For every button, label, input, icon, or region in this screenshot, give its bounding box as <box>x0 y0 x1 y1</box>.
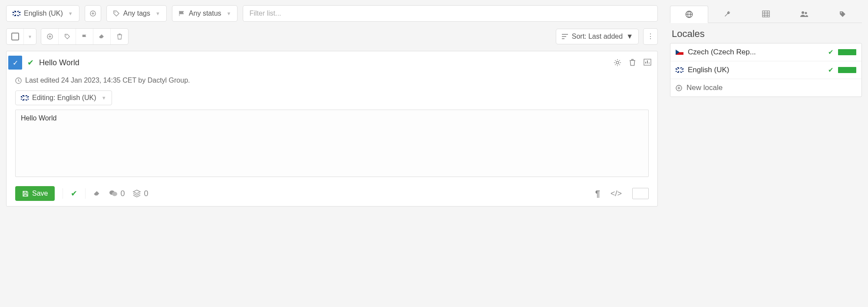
select-dropdown[interactable]: ▼ <box>24 29 36 44</box>
sidebar-tabs <box>670 5 862 23</box>
globe-icon <box>685 10 693 18</box>
more-menu[interactable]: ⋮ <box>643 28 658 45</box>
comments-icon <box>109 190 118 197</box>
locale-row-english[interactable]: English (UK) ✔ <box>670 61 861 79</box>
tag-icon <box>839 10 846 18</box>
clock-icon <box>15 77 22 84</box>
flag-icon <box>178 10 185 17</box>
stats-button[interactable] <box>644 59 651 67</box>
code-button[interactable]: </> <box>611 189 622 198</box>
delete-button[interactable] <box>111 29 128 44</box>
eraser-icon <box>93 190 101 197</box>
trash-icon <box>629 59 636 66</box>
uk-flag-icon <box>13 11 20 16</box>
plus-circle-icon <box>90 10 96 17</box>
tab-grid[interactable] <box>747 5 785 23</box>
flag-icon <box>82 33 88 40</box>
sidebar: Locales Czech (Czech Rep... ✔ English (U… <box>664 0 868 307</box>
svg-point-3 <box>66 35 66 36</box>
bulk-actions <box>41 28 129 45</box>
select-all-checkbox[interactable] <box>7 29 24 44</box>
entry-actions <box>614 59 651 67</box>
entry-meta: Last edited 24 Jan 2023, 14:35 CET by Da… <box>7 72 657 90</box>
users-icon <box>800 10 809 17</box>
flag-button[interactable] <box>76 29 93 44</box>
uk-flag-icon <box>21 95 29 100</box>
tags-filter[interactable]: Any tags ▼ <box>106 5 167 22</box>
erase-button[interactable] <box>93 29 111 44</box>
cz-flag-icon <box>676 50 683 55</box>
sort-dropdown[interactable]: Sort: Last added ▼ <box>556 29 639 44</box>
bar-chart-icon <box>644 59 651 66</box>
settings-button[interactable] <box>614 59 621 67</box>
tab-tools[interactable] <box>708 5 746 23</box>
translation-entry: ✓ ✔ Hello World Last edited 2 <box>6 51 658 207</box>
chevron-down-icon: ▼ <box>227 11 231 16</box>
entry-title: Hello World <box>39 58 608 67</box>
svg-rect-11 <box>762 11 769 17</box>
add-locale-filter-button[interactable] <box>85 5 101 22</box>
locale-list: Czech (Czech Rep... ✔ English (UK) ✔ New… <box>670 43 862 97</box>
trash-icon <box>117 33 122 40</box>
locale-row-czech[interactable]: Czech (Czech Rep... ✔ <box>670 43 861 61</box>
save-button[interactable]: Save <box>15 186 55 201</box>
tag-icon <box>64 33 70 40</box>
main-panel: English (UK) ▼ Any tags ▼ Any status ▼ <box>0 0 664 307</box>
entry-checkbox[interactable]: ✓ <box>8 56 22 70</box>
chevron-down-icon: ▼ <box>155 11 160 16</box>
tag-button[interactable] <box>59 29 76 44</box>
search-input[interactable] <box>243 5 658 22</box>
tags-filter-label: Any tags <box>123 10 150 17</box>
entry-header: ✓ ✔ Hello World <box>7 51 657 72</box>
tab-locales[interactable] <box>670 6 708 23</box>
plus-circle-icon <box>47 33 53 40</box>
layers-icon <box>132 190 141 197</box>
locale-filter[interactable]: English (UK) ▼ <box>6 5 79 22</box>
check-icon: ✔ <box>828 48 834 56</box>
svg-point-4 <box>616 61 619 64</box>
add-button[interactable] <box>41 29 59 44</box>
save-icon <box>22 190 29 197</box>
locale-filter-label: English (UK) <box>24 10 63 17</box>
progress-bar <box>838 67 856 73</box>
delete-entry-button[interactable] <box>629 59 636 67</box>
svg-point-12 <box>802 11 804 14</box>
sort-label: Sort: Last added <box>572 33 623 40</box>
erase-translation-button[interactable] <box>93 190 101 197</box>
versions-button[interactable]: 0 <box>132 189 148 198</box>
status-filter-label: Any status <box>189 10 221 17</box>
tab-tags[interactable] <box>824 5 862 23</box>
chevron-down-icon: ▼ <box>626 33 633 40</box>
tab-team[interactable] <box>785 5 823 23</box>
editing-locale-dropdown[interactable]: Editing: English (UK) ▼ <box>15 90 112 105</box>
filter-bar: English (UK) ▼ Any tags ▼ Any status ▼ <box>6 5 658 22</box>
svg-point-14 <box>841 12 842 13</box>
check-icon: ✔ <box>828 66 834 74</box>
comments-button[interactable]: 0 <box>109 189 125 198</box>
eraser-icon <box>99 34 106 39</box>
svg-point-1 <box>115 12 116 13</box>
translation-textarea[interactable] <box>15 110 649 177</box>
select-all-group: ▼ <box>6 28 36 45</box>
wrench-icon <box>724 10 731 18</box>
new-locale-button[interactable]: New locale <box>670 79 861 97</box>
status-filter[interactable]: Any status ▼ <box>172 5 238 22</box>
svg-point-8 <box>112 192 117 196</box>
verified-icon: ✔ <box>27 58 34 67</box>
toolbar: ▼ S <box>6 28 658 45</box>
chevron-down-icon: ▼ <box>68 11 73 16</box>
grid-icon <box>762 10 770 17</box>
paragraph-button[interactable]: ¶ <box>595 189 600 199</box>
box-toggle[interactable] <box>632 188 649 199</box>
plus-circle-icon <box>676 85 682 91</box>
progress-bar <box>838 49 856 55</box>
entry-footer: Save ✔ 0 0 ¶ </> <box>7 178 657 201</box>
chevron-down-icon: ▼ <box>102 95 106 100</box>
sort-icon <box>561 33 568 40</box>
tag-icon <box>113 10 120 17</box>
uk-flag-icon <box>676 67 683 73</box>
locales-title: Locales <box>670 23 862 43</box>
approve-button[interactable]: ✔ <box>71 189 77 198</box>
gear-icon <box>614 59 621 67</box>
svg-point-13 <box>805 12 807 14</box>
